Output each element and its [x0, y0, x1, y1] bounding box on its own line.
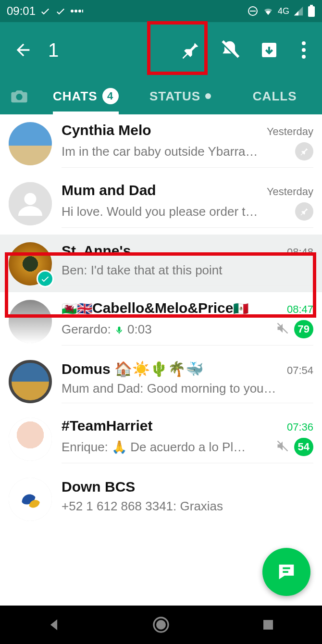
chat-preview: +52 1 612 868 3341: Graxias [62, 499, 313, 514]
chat-row[interactable]: #TeamHarriet 07:36 Enrique: 🙏 De acuerdo… [0, 410, 322, 470]
chat-name: Domus 🏠☀️🌵🌴🐳 [62, 360, 203, 377]
chat-row[interactable]: 🏴󠁧󠁢󠁷󠁬󠁳󠁿🇬🇧Cabello&Melo&Price🇲🇽 08:47 Gera… [0, 292, 322, 352]
chat-name: Cynthia Melo [62, 122, 151, 138]
selection-count: 1 [48, 39, 59, 61]
chat-time: Yesterday [267, 186, 313, 198]
selection-actionbar: 1 [0, 22, 322, 78]
svg-rect-6 [310, 5, 313, 6]
avatar[interactable] [9, 122, 52, 165]
unread-chats-badge: 4 [102, 88, 119, 104]
tab-chats[interactable]: CHATS 4 [38, 78, 133, 114]
svg-rect-16 [118, 326, 120, 331]
muted-icon [276, 439, 289, 455]
tab-label: CALLS [253, 89, 297, 104]
svg-point-0 [71, 10, 74, 12]
chat-row[interactable]: St. Anne's 08:48 Ben: I'd take that at t… [0, 235, 322, 292]
pinned-icon [295, 142, 313, 161]
chat-time: 08:48 [287, 246, 313, 259]
svg-point-12 [302, 48, 306, 52]
svg-point-2 [78, 10, 81, 12]
svg-point-14 [16, 94, 22, 100]
camera-tab[interactable] [0, 87, 38, 106]
chat-row[interactable]: Cynthia Melo Yesterday Im in the car bab… [0, 114, 322, 174]
muted-icon [276, 322, 289, 337]
svg-point-13 [302, 55, 306, 59]
svg-rect-3 [82, 10, 83, 12]
avatar[interactable] [9, 478, 52, 521]
network-label: 4G [278, 6, 289, 16]
tab-status[interactable]: STATUS [133, 78, 228, 114]
nav-back-button[interactable] [35, 613, 73, 637]
unread-count-badge: 54 [294, 438, 313, 456]
android-statusbar: 09:01 4G [0, 0, 322, 22]
chat-preview: Ben: I'd take that at this point [62, 263, 313, 278]
more-icon [70, 9, 84, 13]
pin-button[interactable] [176, 36, 205, 64]
chat-name: St. Anne's [62, 243, 131, 259]
chat-name: #TeamHarriet [62, 418, 153, 434]
tab-bar: CHATS 4 STATUS CALLS [0, 78, 322, 114]
svg-rect-7 [308, 6, 315, 17]
chat-time: 08:47 [287, 303, 313, 316]
tab-calls[interactable]: CALLS [227, 78, 322, 114]
mute-button[interactable] [215, 36, 244, 64]
chat-preview: Hi love. Would you please order t… [62, 204, 290, 219]
unread-count-badge: 79 [294, 320, 313, 338]
chat-list[interactable]: Cynthia Melo Yesterday Im in the car bab… [0, 114, 322, 606]
chat-time: 07:54 [287, 364, 313, 377]
chat-time: 07:36 [287, 421, 313, 433]
chat-preview: Enrique: 🙏 De acuerdo a lo Pl… [62, 440, 271, 455]
chat-row[interactable]: Down BCS +52 1 612 868 3341: Graxias [0, 470, 322, 528]
statusbar-clock: 09:01 [7, 4, 36, 18]
chat-preview: Mum and Dad: Good morning to you… [62, 381, 313, 396]
signal-icon [293, 6, 304, 16]
android-navbar [0, 606, 322, 644]
check-icon [55, 5, 66, 17]
svg-point-22 [157, 621, 165, 629]
svg-rect-23 [263, 620, 273, 630]
svg-point-15 [25, 193, 37, 205]
svg-point-11 [302, 41, 306, 45]
svg-point-1 [74, 10, 77, 12]
avatar[interactable] [9, 300, 52, 343]
selected-check-icon [37, 270, 54, 287]
chat-preview: Im in the car baby outside Ybarra… [62, 144, 290, 159]
tab-label: CHATS [53, 89, 98, 104]
check-icon [39, 5, 51, 17]
avatar[interactable] [9, 182, 52, 225]
do-not-disturb-icon [247, 5, 259, 17]
new-chat-fab[interactable] [262, 548, 310, 596]
chat-row[interactable]: Domus 🏠☀️🌵🌴🐳 07:54 Mum and Dad: Good mor… [0, 352, 322, 410]
tab-label: STATUS [149, 89, 200, 104]
overflow-menu-button[interactable] [294, 36, 313, 64]
status-dot-icon [205, 93, 211, 99]
chat-name: 🏴󠁧󠁢󠁷󠁬󠁳󠁿🇬🇧Cabello&Melo&Price🇲🇽 [62, 300, 248, 316]
avatar[interactable] [9, 418, 52, 461]
chat-preview: Gerardo: 0:03 [62, 322, 271, 337]
avatar[interactable] [9, 242, 52, 285]
pinned-icon [295, 202, 313, 221]
archive-button[interactable] [255, 36, 284, 64]
wifi-icon [262, 5, 274, 17]
chat-name: Down BCS [62, 479, 135, 495]
chat-time: Yesterday [267, 125, 313, 138]
battery-icon [308, 5, 315, 17]
nav-home-button[interactable] [142, 613, 180, 637]
avatar[interactable] [9, 360, 52, 403]
back-button[interactable] [9, 36, 37, 64]
chat-row[interactable]: Mum and Dad Yesterday Hi love. Would you… [0, 174, 322, 235]
chat-name: Mum and Dad [62, 182, 156, 198]
nav-recents-button[interactable] [249, 613, 287, 637]
